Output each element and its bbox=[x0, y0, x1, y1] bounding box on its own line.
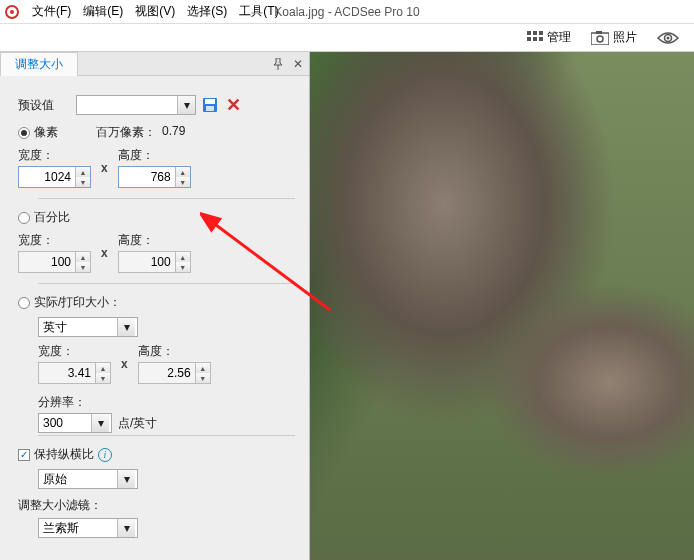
px-width-field[interactable] bbox=[19, 167, 75, 187]
radio-print-label: 实际/打印大小： bbox=[34, 294, 121, 311]
chevron-down-icon-5[interactable]: ▾ bbox=[117, 519, 135, 537]
pr-width-label: 宽度： bbox=[38, 343, 111, 360]
res-label: 分辨率： bbox=[38, 395, 86, 409]
res-combo[interactable]: ▾ bbox=[38, 413, 112, 433]
px-width-label: 宽度： bbox=[18, 147, 91, 164]
svg-rect-2 bbox=[527, 31, 531, 35]
aspect-label: 保持纵横比 bbox=[34, 446, 94, 463]
aspect-checkbox[interactable] bbox=[18, 449, 30, 461]
print-unit-combo[interactable]: ▾ bbox=[38, 317, 138, 337]
multiply-icon-2: x bbox=[97, 246, 112, 260]
px-height-field[interactable] bbox=[119, 167, 175, 187]
radio-percent-label: 百分比 bbox=[34, 209, 70, 226]
chevron-down-icon-2[interactable]: ▾ bbox=[117, 318, 135, 336]
photo-preview bbox=[310, 52, 694, 560]
svg-rect-8 bbox=[591, 33, 609, 45]
svg-point-9 bbox=[597, 36, 603, 42]
panel-tabstrip: 调整大小 ✕ bbox=[0, 52, 309, 76]
pct-height-spinner[interactable]: ▲▼ bbox=[175, 252, 190, 272]
pr-width-field[interactable] bbox=[39, 363, 95, 383]
mode-toolbar: 管理 照片 bbox=[0, 24, 694, 52]
preset-label: 预设值 bbox=[18, 97, 70, 114]
svg-rect-7 bbox=[539, 37, 543, 41]
chevron-down-icon[interactable]: ▾ bbox=[177, 96, 195, 114]
radio-percent[interactable] bbox=[18, 212, 30, 224]
menu-view[interactable]: 视图(V) bbox=[129, 1, 181, 22]
chevron-down-icon-4[interactable]: ▾ bbox=[117, 470, 135, 488]
pct-height-label: 高度： bbox=[118, 232, 191, 249]
pct-width-input[interactable]: ▲▼ bbox=[18, 251, 91, 273]
chevron-down-icon-3[interactable]: ▾ bbox=[91, 414, 109, 432]
pct-width-spinner[interactable]: ▲▼ bbox=[75, 252, 90, 272]
pct-height-input[interactable]: ▲▼ bbox=[118, 251, 191, 273]
resize-panel: 调整大小 ✕ 预设值 ▾ ✕ bbox=[0, 52, 310, 560]
filter-combo[interactable]: ▾ bbox=[38, 518, 138, 538]
mode-view-button[interactable] bbox=[648, 26, 688, 50]
pr-height-field[interactable] bbox=[139, 363, 195, 383]
menu-tools[interactable]: 工具(T) bbox=[233, 1, 284, 22]
svg-rect-3 bbox=[533, 31, 537, 35]
save-preset-icon[interactable] bbox=[202, 97, 218, 113]
svg-rect-4 bbox=[539, 31, 543, 35]
aspect-combo[interactable]: ▾ bbox=[38, 469, 138, 489]
svg-rect-14 bbox=[205, 99, 215, 104]
mode-photo-button[interactable]: 照片 bbox=[582, 25, 646, 50]
filter-label: 调整大小滤镜： bbox=[18, 498, 102, 512]
aspect-field[interactable] bbox=[39, 470, 117, 488]
px-height-spinner[interactable]: ▲▼ bbox=[175, 167, 190, 187]
px-height-label: 高度： bbox=[118, 147, 191, 164]
photo-icon bbox=[591, 31, 609, 45]
mode-manage-label: 管理 bbox=[547, 29, 571, 46]
svg-point-1 bbox=[10, 10, 14, 14]
menu-file[interactable]: 文件(F) bbox=[26, 1, 77, 22]
svg-rect-5 bbox=[527, 37, 531, 41]
preset-combo[interactable]: ▾ bbox=[76, 95, 196, 115]
info-icon[interactable]: i bbox=[98, 448, 112, 462]
menu-edit[interactable]: 编辑(E) bbox=[77, 1, 129, 22]
pct-width-label: 宽度： bbox=[18, 232, 91, 249]
mode-manage-button[interactable]: 管理 bbox=[518, 25, 580, 50]
radio-print[interactable] bbox=[18, 297, 30, 309]
mode-photo-label: 照片 bbox=[613, 29, 637, 46]
tab-resize[interactable]: 调整大小 bbox=[0, 52, 78, 76]
megapixel-label: 百万像素： bbox=[96, 124, 156, 141]
multiply-icon-3: x bbox=[117, 357, 132, 371]
px-height-input[interactable]: ▲▼ bbox=[118, 166, 191, 188]
radio-pixels-label: 像素 bbox=[34, 124, 58, 141]
pct-height-field[interactable] bbox=[119, 252, 175, 272]
app-icon bbox=[4, 4, 20, 20]
delete-preset-icon[interactable]: ✕ bbox=[224, 94, 243, 116]
multiply-icon: x bbox=[97, 161, 112, 175]
filter-field[interactable] bbox=[39, 519, 117, 537]
close-icon[interactable]: ✕ bbox=[291, 57, 305, 71]
svg-rect-6 bbox=[533, 37, 537, 41]
grid-icon bbox=[527, 31, 543, 45]
pr-height-spinner[interactable]: ▲▼ bbox=[195, 363, 210, 383]
svg-rect-15 bbox=[206, 106, 214, 111]
megapixel-value: 0.79 bbox=[162, 124, 185, 141]
pr-width-spinner[interactable]: ▲▼ bbox=[95, 363, 110, 383]
pr-height-input[interactable]: ▲▼ bbox=[138, 362, 211, 384]
print-unit-field[interactable] bbox=[39, 318, 117, 336]
eye-icon bbox=[657, 30, 679, 46]
res-unit-label: 点/英寸 bbox=[118, 415, 157, 432]
pin-icon[interactable] bbox=[271, 57, 285, 71]
px-width-spinner[interactable]: ▲▼ bbox=[75, 167, 90, 187]
px-width-input[interactable]: ▲▼ bbox=[18, 166, 91, 188]
image-viewer[interactable] bbox=[310, 52, 694, 560]
menu-select[interactable]: 选择(S) bbox=[181, 1, 233, 22]
preset-input[interactable] bbox=[77, 96, 177, 114]
pr-width-input[interactable]: ▲▼ bbox=[38, 362, 111, 384]
svg-point-12 bbox=[667, 36, 670, 39]
res-field[interactable] bbox=[39, 414, 91, 432]
pct-width-field[interactable] bbox=[19, 252, 75, 272]
svg-rect-10 bbox=[596, 31, 602, 34]
pr-height-label: 高度： bbox=[138, 343, 211, 360]
menubar: 文件(F) 编辑(E) 视图(V) 选择(S) 工具(T) Koala.jpg … bbox=[0, 0, 694, 24]
radio-pixels[interactable] bbox=[18, 127, 30, 139]
